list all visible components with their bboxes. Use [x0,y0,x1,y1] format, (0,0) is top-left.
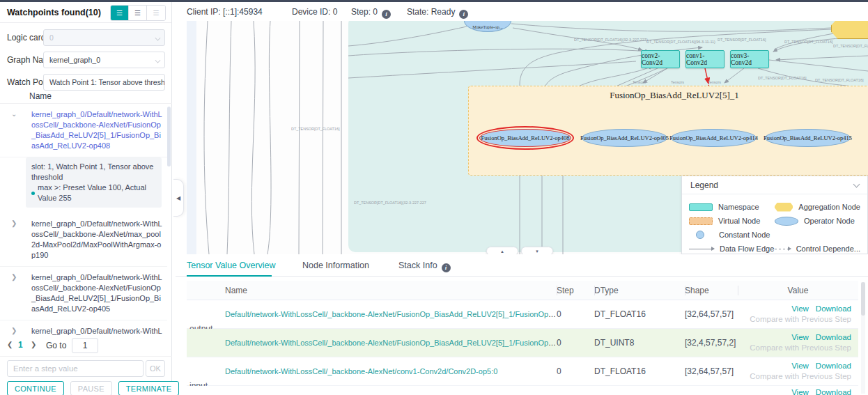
view-toggle-list-button[interactable]: ☰ [111,6,129,20]
tab-stack-info[interactable]: Stack Infoi [398,261,451,272]
bullet-icon [31,192,35,195]
mindinsight-debugger-page: Watchpoints found(10) ☰ ☰ ☰ Logic card 0… [0,0,868,395]
view-link[interactable]: View [791,362,809,370]
download-link[interactable]: Download [816,362,851,370]
header-shape: Shape [685,286,738,295]
edge-label: DT_TENSOR[DT_FLOAT16] [784,40,832,44]
tensor-name-link[interactable]: Default/network-WithLossCell/_backbone-A… [225,339,557,347]
watchpoint-node-name[interactable]: kernel_graph_0/Default/network-WithLossC… [31,326,162,336]
debugger-statusbar: Client IP: [::1]:45934 Device ID: 0 Step… [176,2,868,21]
chevron-down-icon [155,36,161,41]
watchpoints-title: Watchpoints found(10) [7,8,101,17]
tensor-table-row: Default/network-WithLossCell/_backbone-A… [187,300,858,329]
active-tab-underline [187,275,272,277]
compare-previous-step-link[interactable]: Compare with Previous Step [738,314,851,325]
watchpoint-tree-item[interactable]: ❯ kernel_graph_0/Default/network-WithLos… [0,213,167,267]
view-toggle-group: ☰ ☰ ☰ [110,5,166,21]
operator-node-op414[interactable]: FusionOp_BiasAdd_ReLUV2-op414 [671,129,757,147]
download-link[interactable]: Download [816,304,851,313]
stack-info-icon[interactable]: i [442,263,451,272]
watchpoint-tree-list: ⌄ kernel_graph_0/Default/network-WithLos… [0,104,167,336]
ok-button[interactable]: OK [146,360,165,377]
view-link[interactable]: View [791,304,809,313]
chevron-down-icon [155,58,161,63]
goto-label: Go to [46,341,66,350]
watchpoint-hit-detail: slot: 1, Watch Point 1, Tensor above thr… [26,157,162,208]
step-cell: 0 [557,309,594,319]
goto-page-input[interactable] [72,338,98,353]
legend-panel: Legend Namespace Aggregation Node Virtua… [681,176,868,254]
tree-scrollbar-thumb[interactable] [167,107,171,166]
fusionop-namespace-title: FusionOp_BiasAdd_ReLUV2[5]_1 [577,90,772,101]
continue-button[interactable]: CONTINUE [7,381,64,395]
tensor-table-row: Default/network-WithLossCell/_backbone-A… [187,329,858,357]
edge-label: DT_TENSOR[DT_FLOAT16](96-3-11-11) [646,40,715,44]
view-link[interactable]: View [791,333,809,341]
chevron-down-icon[interactable] [853,181,860,188]
shape-cell: [32,64,57,57] [685,366,738,376]
compare-previous-step-link[interactable]: Compare with Previous Step [738,371,851,382]
watchpoint-tree-item[interactable]: ❯ kernel_graph_0/Default/network-WithLos… [0,320,167,336]
debugger-controls: CONTINUE PAUSE TERMINATE [7,381,167,395]
view-link[interactable]: View [791,388,809,395]
tensor-name-link[interactable]: Default/network-WithLossCell/_backbone-A… [225,367,497,375]
view-toggle-grid-button[interactable]: ☰ [147,6,165,20]
current-page[interactable]: 1 [18,340,23,350]
watchpoint-node-name[interactable]: kernel_graph_0/Default/network-WithLossC… [31,272,162,314]
operator-node-op408[interactable]: FusionOp_BiasAdd_ReLUV2-op408 [479,129,571,147]
tree-chevron-icon[interactable]: ❯ [11,273,17,281]
watchpoint-node-name[interactable]: kernel_graph_0/Default/network-WithLossC… [31,219,162,261]
namespace-swatch-icon [689,203,713,211]
dtype-cell: DT_FLOAT16 [594,366,685,376]
conv2-node[interactable]: conv2-Conv2d [641,50,680,68]
watchpoint-tree-item[interactable]: ❯ kernel_graph_0/Default/network-WithLos… [0,267,167,320]
tree-chevron-icon[interactable]: ❯ [11,327,17,334]
table-body: Default/network-WithLossCell/_backbone-A… [187,300,858,395]
tree-chevron-icon[interactable]: ⌄ [11,110,17,118]
tensor-name-link[interactable]: Default/network-WithLossCell/_backbone-A… [225,310,557,318]
operator-node-op405[interactable]: FusionOp_BiasAdd_ReLUV2-op405 [582,129,667,147]
tensor-table: Name Step DType Shape Value Default/netw… [187,281,858,395]
watchpoint-tree-item[interactable]: ⌄ kernel_graph_0/Default/network-WithLos… [0,104,167,157]
logic-card-label: Logic card [7,33,45,42]
state-indicator: State: Readyi [407,7,468,19]
table-header-row: Name Step DType Shape Value [187,281,858,300]
watchpoint-node-name[interactable]: kernel_graph_0/Default/network-WithLossC… [31,109,162,151]
compare-previous-step-link[interactable]: Compare with Previous Step [738,343,851,353]
control-edge-icon [775,249,791,249]
logic-card-select[interactable]: 0 [43,29,165,46]
name-column-header: Name [29,91,52,101]
table-scrollbar-thumb[interactable] [861,282,865,316]
download-link[interactable]: Download [816,388,851,395]
graph-scroll-up-button[interactable]: ▲ [486,247,518,254]
watch-point-select[interactable]: Watch Point 1: Tensor above threshold [43,74,165,91]
aggregation-swatch-icon [775,203,793,212]
value-cell: ViewDownload Compare with Previous Step [738,332,858,353]
next-page-button[interactable]: ❯ [31,341,36,348]
edge-label: DT_TENSOR[DT_FLOAT16] [758,76,806,80]
download-link[interactable]: Download [816,333,851,341]
tab-node-information[interactable]: Node Information [302,261,369,270]
header-step: Step [557,286,594,295]
graph-name-select[interactable]: kernel_graph_0 [43,52,165,68]
client-ip: Client IP: [::1]:45934 [187,7,263,17]
tree-chevron-icon[interactable]: ❯ [11,219,17,227]
sidebar-collapse-handle[interactable]: ◀ [173,179,184,217]
edge-label: DT_TENSOR[DT_FLOAT16] [833,44,868,48]
prev-page-button[interactable]: ❮ [7,341,13,348]
step-info-icon[interactable]: i [382,10,391,19]
terminate-button[interactable]: TERMINATE [118,381,179,395]
view-toggle-tree-button[interactable]: ☰ [129,6,147,20]
edge-label: DT_TENSOR[DT_FLOAT16] [718,38,766,42]
conv1-node[interactable]: conv1-Conv2d [685,50,724,68]
tab-tensor-value-overview[interactable]: Tensor Value Overview [187,261,276,270]
graph-scroll-down-button[interactable]: ▼ [521,247,553,254]
operator-node-op415[interactable]: FusionOp_BiasAdd_ReLUV2-op415 [765,129,851,147]
aggregation-node[interactable] [831,21,868,39]
computation-graph-canvas[interactable]: DT_TENSOR[DT_FLOAT16]DT_TENSOR[DT_FLOAT1… [187,21,868,254]
state-info-icon[interactable]: i [459,10,468,19]
conv3-node[interactable]: conv3-Conv2d [730,50,769,68]
step-value-input[interactable] [7,360,144,377]
dtype-cell: DT_UINT8 [594,338,685,348]
pause-button[interactable]: PAUSE [70,381,112,395]
